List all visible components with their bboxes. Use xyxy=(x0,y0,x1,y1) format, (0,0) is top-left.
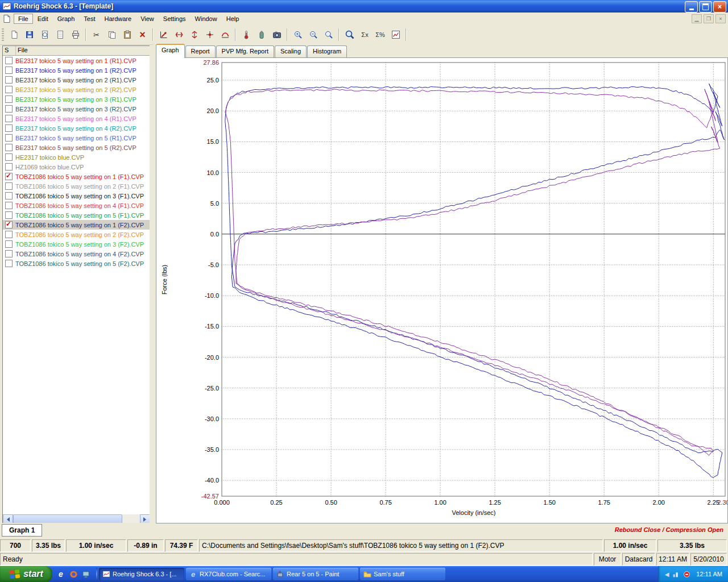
sheet-tab-graph1[interactable]: Graph 1 xyxy=(2,524,42,537)
shift-curve-icon[interactable] xyxy=(156,28,171,41)
file-row[interactable]: ✓TOBZ1086 tokico 5 way setting on 1 (F1)… xyxy=(3,172,150,181)
quicklaunch-internet-explorer-icon[interactable]: e xyxy=(56,569,66,579)
file-checkbox[interactable] xyxy=(5,153,13,161)
file-row[interactable]: HZ1069 tokico blue.CVP xyxy=(3,162,150,172)
percent-statistics-icon[interactable]: Σ% xyxy=(373,28,387,41)
horizontal-scrollbar[interactable] xyxy=(3,514,150,523)
file-row[interactable]: BE2317 tokico 5 way setting on 2 (R1).CV… xyxy=(3,75,150,85)
zoom-box-icon[interactable] xyxy=(321,28,336,41)
menu-settings[interactable]: Settings xyxy=(159,14,191,24)
tray-alert-icon[interactable] xyxy=(682,570,691,579)
menu-edit[interactable]: Edit xyxy=(33,14,53,24)
save-icon[interactable] xyxy=(22,28,36,41)
file-checkbox[interactable] xyxy=(5,144,13,151)
file-checkbox[interactable] xyxy=(5,124,13,132)
file-checkbox[interactable] xyxy=(5,182,13,190)
file-checkbox[interactable]: ✓ xyxy=(5,173,13,180)
file-row[interactable]: TOBZ1086 tokico 5 way setting on 4 (F1).… xyxy=(3,201,150,210)
file-row[interactable]: TOBZ1086 tokico 5 way setting on 3 (F2).… xyxy=(3,239,150,249)
taskbar-task-roehrig-shock-6-3[interactable]: Roehrig Shock 6.3 - [... xyxy=(99,568,184,580)
smooth-curve-icon[interactable] xyxy=(218,28,232,41)
file-checkbox[interactable] xyxy=(5,250,13,257)
file-row[interactable]: TOBZ1086 tokico 5 way setting on 5 (F1).… xyxy=(3,210,150,220)
quicklaunch-show-desktop-icon[interactable] xyxy=(81,569,91,579)
cut-icon[interactable]: ✂ xyxy=(89,28,104,41)
menu-help[interactable]: Help xyxy=(222,14,244,24)
tab-graph[interactable]: Graph xyxy=(156,44,185,58)
file-row[interactable]: BE2317 tokico 5 way setting on 3 (R2).CV… xyxy=(3,104,150,114)
page-setup-icon[interactable] xyxy=(53,28,67,41)
file-row[interactable]: BE2317 tokico 5 way setting on 1 (R2).CV… xyxy=(3,65,150,75)
file-checkbox[interactable]: ✓ xyxy=(5,221,13,228)
file-checkbox[interactable] xyxy=(5,95,13,103)
taskbar-task-sam-s-stuff[interactable]: Sam's stuff xyxy=(360,568,445,580)
file-checkbox[interactable] xyxy=(5,192,13,199)
file-checkbox[interactable] xyxy=(5,240,13,248)
taskbar-task-rear-5-on-5-paint[interactable]: Rear 5 on 5 - Paint xyxy=(273,568,358,580)
mdi-document-icon[interactable] xyxy=(2,14,11,23)
file-checkbox[interactable] xyxy=(5,211,13,219)
center-curve-icon[interactable] xyxy=(202,28,217,41)
file-checkbox[interactable] xyxy=(5,260,13,267)
print-preview-icon[interactable] xyxy=(38,28,52,41)
quicklaunch-firefox-icon[interactable] xyxy=(68,569,78,579)
taskbar-task-rx7club-com-searc[interactable]: eRX7Club.com - Searc... xyxy=(186,568,271,580)
snapshot-icon[interactable] xyxy=(270,28,284,41)
file-checkbox[interactable] xyxy=(5,134,13,142)
tab-report[interactable]: Report xyxy=(185,45,216,57)
menu-graph[interactable]: Graph xyxy=(53,14,80,24)
chart-area[interactable]: 27.8625.020.015.010.05.00.0-5.0-10.0-15.… xyxy=(156,57,728,523)
statistics-icon[interactable]: Σx xyxy=(358,28,372,41)
temperature-icon[interactable] xyxy=(239,28,253,41)
file-row[interactable]: BE2317 tokico 5 way setting on 2 (R2).CV… xyxy=(3,85,150,94)
column-header-s[interactable]: S xyxy=(3,46,16,55)
close-button[interactable]: × xyxy=(713,1,726,13)
force-velocity-chart[interactable]: 27.8625.020.015.010.05.00.0-5.0-10.0-15.… xyxy=(156,58,727,523)
file-row[interactable]: TOBZ1086 tokico 5 way setting on 3 (F1).… xyxy=(3,191,150,201)
menu-view[interactable]: View xyxy=(136,14,159,24)
zoom-in-icon[interactable] xyxy=(291,28,305,41)
menu-test[interactable]: Test xyxy=(79,14,100,24)
gas-pressure-icon[interactable] xyxy=(254,28,268,41)
menu-window[interactable]: Window xyxy=(191,14,222,24)
file-row[interactable]: BE2317 tokico 5 way setting on 5 (R1).CV… xyxy=(3,133,150,143)
tab-scaling[interactable]: Scaling xyxy=(275,45,307,57)
file-row[interactable]: TOBZ1086 tokico 5 way setting on 2 (F1).… xyxy=(3,181,150,191)
file-row[interactable]: BE2317 tokico 5 way setting on 5 (R2).CV… xyxy=(3,143,150,152)
column-header-file[interactable]: File xyxy=(16,46,150,55)
menu-file[interactable]: File xyxy=(14,14,33,24)
mdi-restore-icon[interactable]: ❐ xyxy=(704,14,714,23)
tab-pvp-mfg-report[interactable]: PVP Mfg. Report xyxy=(216,45,274,57)
tray-network-icon[interactable] xyxy=(672,570,680,579)
file-row[interactable]: BE2317 tokico 5 way setting on 1 (R1).CV… xyxy=(3,56,150,65)
mdi-close-icon[interactable]: × xyxy=(715,14,726,23)
file-checkbox[interactable] xyxy=(5,66,13,74)
scrollbar-track[interactable] xyxy=(122,514,140,523)
file-checkbox[interactable] xyxy=(5,105,13,113)
file-checkbox[interactable] xyxy=(5,86,13,93)
file-checkbox[interactable] xyxy=(5,115,13,122)
zoom-out-icon[interactable] xyxy=(306,28,320,41)
file-row[interactable]: TOBZ1086 tokico 5 way setting on 4 (F2).… xyxy=(3,249,150,259)
file-row[interactable]: BE2317 tokico 5 way setting on 4 (R2).CV… xyxy=(3,123,150,133)
file-row[interactable]: BE2317 tokico 5 way setting on 4 (R1).CV… xyxy=(3,114,150,123)
start-button[interactable]: start xyxy=(0,566,52,582)
restore-button[interactable] xyxy=(699,1,712,13)
file-checkbox[interactable] xyxy=(5,202,13,209)
stretch-horizontal-icon[interactable] xyxy=(172,28,186,41)
file-row[interactable]: HE2317 tokico blue.CVP xyxy=(3,152,150,162)
file-row[interactable]: BE2317 tokico 5 way setting on 3 (R1).CV… xyxy=(3,94,150,104)
file-checkbox[interactable] xyxy=(5,163,13,171)
new-file-icon[interactable] xyxy=(7,28,21,41)
stretch-vertical-icon[interactable] xyxy=(187,28,201,41)
minimize-button[interactable] xyxy=(685,1,698,13)
graph-display-icon[interactable] xyxy=(388,28,403,41)
copy-icon[interactable] xyxy=(105,28,119,41)
file-checkbox[interactable] xyxy=(5,231,13,238)
file-checkbox[interactable] xyxy=(5,57,13,64)
mdi-minimize-icon[interactable]: ▁ xyxy=(692,14,702,23)
tab-histogram[interactable]: Histogram xyxy=(307,45,347,57)
menu-hardware[interactable]: Hardware xyxy=(100,14,136,24)
zoom-tool-icon[interactable] xyxy=(342,28,357,41)
file-checkbox[interactable] xyxy=(5,76,13,84)
